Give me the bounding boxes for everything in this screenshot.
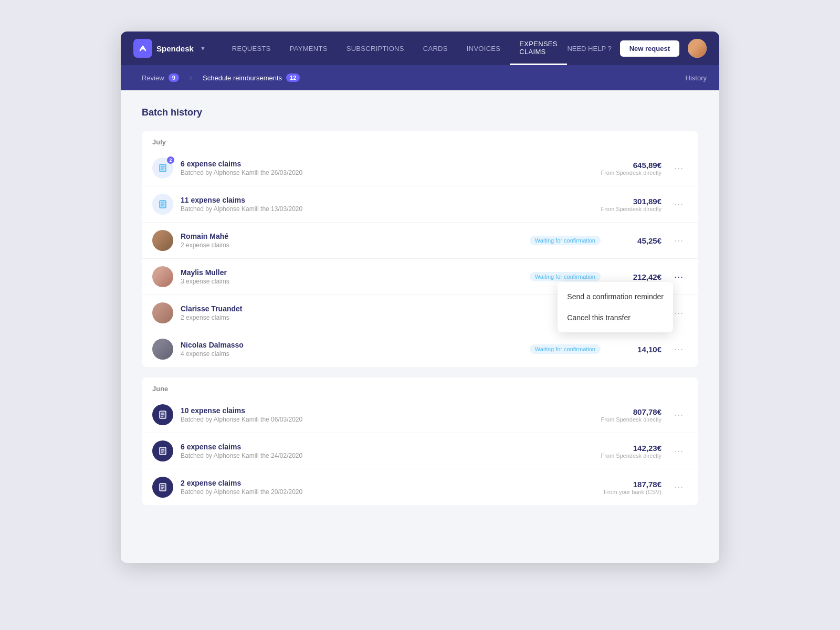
company-name: Spendesk — [156, 44, 194, 53]
table-row[interactable]: 11 expense claims Batched by Alphonse Ka… — [142, 186, 698, 223]
logo-area[interactable]: Spendesk ▼ — [133, 39, 206, 58]
batch-source: From Spendesk directly — [601, 206, 662, 212]
more-options-button[interactable]: ··· — [670, 197, 688, 212]
batch-right: 807,78€ From Spendesk directly ··· — [601, 407, 688, 423]
nav-right: NEED HELP ? New request — [567, 39, 707, 58]
user-avatar[interactable] — [688, 39, 707, 58]
top-nav: Spendesk ▼ REQUESTS PAYMENTS SUBSCRIPTIO… — [121, 32, 719, 65]
more-options-button[interactable]: ··· — [670, 480, 688, 495]
status-badge: Waiting for confirmation — [530, 236, 601, 245]
table-row[interactable]: Nicolas Dalmasso 4 expense claims Waitin… — [142, 331, 698, 367]
amount-col: 212,42€ — [609, 272, 662, 281]
more-options-button[interactable]: ··· — [670, 233, 688, 248]
more-options-button[interactable]: ··· — [670, 444, 688, 459]
person-name: Clarisse Truandet — [181, 304, 571, 313]
sub-nav: Review 9 › Schedule reimbursements 12 Hi… — [121, 65, 719, 90]
batch-amount: 187,78€ — [620, 480, 662, 489]
avatar — [152, 339, 173, 360]
context-menu: Send a confirmation reminder Cancel this… — [558, 282, 673, 332]
batch-icon — [152, 404, 173, 425]
nav-expenses[interactable]: EXPENSES CLAIMS — [510, 32, 567, 65]
batch-info: 6 expense claims Batched by Alphonse Kam… — [181, 160, 601, 176]
avatar — [152, 266, 173, 287]
batch-info: Romain Mahé 2 expense claims — [181, 232, 530, 249]
batch-info: 6 expense claims Batched by Alphonse Kam… — [181, 443, 601, 459]
nav-subscriptions[interactable]: SUBSCRIPTIONS — [337, 32, 414, 65]
cancel-transfer-item[interactable]: Cancel this transfer — [558, 307, 673, 328]
batch-icon: 2 — [152, 158, 173, 178]
table-row[interactable]: Romain Mahé 2 expense claims Waiting for… — [142, 223, 698, 259]
batch-name: 6 expense claims — [181, 160, 601, 168]
batch-amount: 645,89€ — [620, 161, 662, 170]
page-title: Batch history — [142, 107, 698, 118]
expense-count: 2 expense claims — [181, 314, 571, 321]
batch-amount: 142,23€ — [620, 444, 662, 453]
need-help-link[interactable]: NEED HELP ? — [567, 45, 611, 52]
status-badge: Waiting for confirmation — [530, 344, 601, 354]
expense-count: 4 expense claims — [181, 350, 530, 358]
batch-sub: Batched by Alphonse Kamili the 13/03/202… — [181, 205, 601, 213]
main-content: Batch history July 2 6 expense cla — [121, 90, 719, 563]
amount-col: 142,23€ From Spendesk directly — [601, 444, 662, 459]
logo-icon — [133, 39, 152, 58]
app-window: Spendesk ▼ REQUESTS PAYMENTS SUBSCRIPTIO… — [121, 32, 719, 563]
sub-nav-schedule[interactable]: Schedule reimbursements 12 — [194, 65, 308, 90]
batch-amount: 301,89€ — [620, 197, 662, 206]
batch-name: 2 expense claims — [181, 479, 604, 487]
batch-info: Maylis Muller 3 expense claims — [181, 268, 530, 285]
more-options-button[interactable]: ··· — [670, 161, 688, 176]
status-badge: Waiting for confirmation — [530, 272, 601, 281]
table-row[interactable]: 6 expense claims Batched by Alphonse Kam… — [142, 433, 698, 469]
batch-right: 142,23€ From Spendesk directly ··· — [601, 444, 688, 459]
history-link[interactable]: History — [686, 74, 707, 82]
batch-right: Waiting for confirmation 14,10€ ··· — [530, 342, 688, 357]
schedule-badge: 12 — [286, 74, 300, 82]
amount-col: 301,89€ From Spendesk directly — [601, 197, 662, 212]
batch-name: 10 expense claims — [181, 406, 601, 415]
batch-name: 6 expense claims — [181, 443, 601, 451]
sub-nav-items: Review 9 › Schedule reimbursements 12 — [133, 65, 686, 90]
table-row[interactable]: 10 expense claims Batched by Alphonse Ka… — [142, 397, 698, 433]
batch-icon — [152, 477, 173, 498]
person-name: Nicolas Dalmasso — [181, 341, 530, 349]
new-request-button[interactable]: New request — [620, 40, 679, 57]
batch-source: From Spendesk directly — [601, 453, 662, 459]
amount-col: 187,78€ From your bank (CSV) — [604, 480, 662, 495]
nav-payments[interactable]: PAYMENTS — [280, 32, 337, 65]
batch-amount: 807,78€ — [620, 407, 662, 416]
more-options-button[interactable]: ··· — [670, 342, 688, 357]
sub-nav-review[interactable]: Review 9 — [133, 65, 187, 90]
batch-icon — [152, 440, 173, 461]
avatar — [152, 302, 173, 323]
send-reminder-item[interactable]: Send a confirmation reminder — [558, 286, 673, 307]
amount-col: 45,25€ — [609, 236, 662, 245]
batch-info: 11 expense claims Batched by Alphonse Ka… — [181, 196, 601, 213]
table-row[interactable]: 2 expense claims Batched by Alphonse Kam… — [142, 469, 698, 505]
more-options-button[interactable]: ··· — [670, 269, 688, 285]
person-name: Romain Mahé — [181, 232, 530, 240]
more-options-button[interactable]: ··· — [670, 407, 688, 423]
nav-invoices[interactable]: INVOICES — [457, 32, 510, 65]
amount-col: 807,78€ From Spendesk directly — [601, 407, 662, 423]
notification-badge: 2 — [167, 156, 174, 164]
batch-sub: Batched by Alphonse Kamili the 24/02/202… — [181, 452, 601, 459]
batch-source: From Spendesk directly — [601, 170, 662, 176]
month-section-july: July 2 6 expense claims Batched by Alpho… — [142, 131, 698, 367]
amount-col: 645,89€ From Spendesk directly — [601, 161, 662, 176]
expense-count: 2 expense claims — [181, 242, 530, 249]
batch-icon — [152, 194, 173, 215]
batch-amount: 212,42€ — [620, 272, 662, 281]
batch-sub: Batched by Alphonse Kamili the 20/02/202… — [181, 488, 604, 496]
batch-amount: 14,10€ — [620, 345, 662, 354]
table-row[interactable]: 2 6 expense claims Batched by Alphonse K… — [142, 150, 698, 186]
review-badge: 9 — [169, 74, 179, 82]
company-dropdown-icon[interactable]: ▼ — [200, 45, 206, 51]
month-label-june: June — [142, 377, 698, 397]
batch-source: From your bank (CSV) — [604, 489, 662, 495]
batch-sub: Batched by Alphonse Kamili the 06/03/202… — [181, 416, 601, 423]
nav-requests[interactable]: REQUESTS — [223, 32, 280, 65]
nav-cards[interactable]: CARDS — [414, 32, 457, 65]
month-label-july: July — [142, 131, 698, 150]
batch-right: 187,78€ From your bank (CSV) ··· — [604, 480, 688, 495]
table-row[interactable]: Maylis Muller 3 expense claims Waiting f… — [142, 259, 698, 295]
